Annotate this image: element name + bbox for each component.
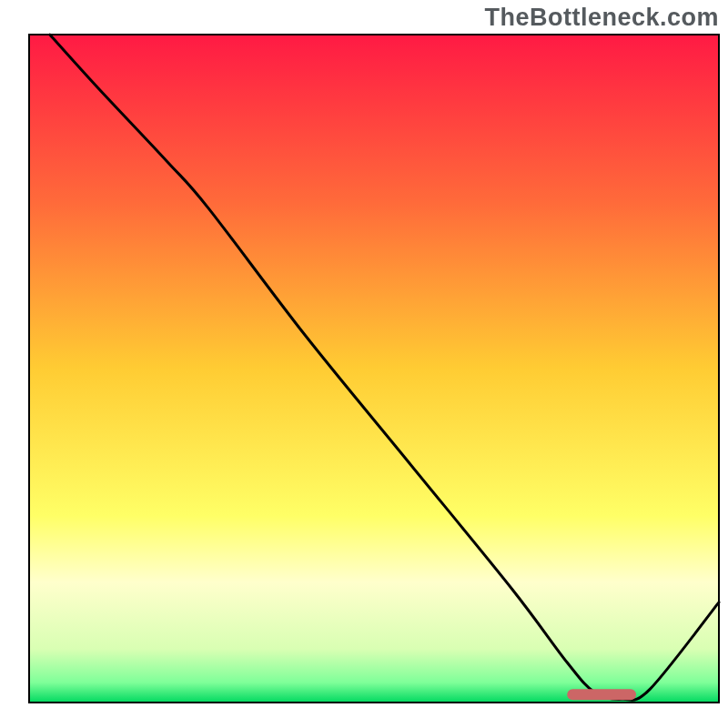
bottleneck-chart [0, 0, 728, 728]
optimal-band-marker [567, 689, 636, 700]
watermark-label: TheBottleneck.com [484, 4, 719, 32]
chart-frame: TheBottleneck.com [0, 0, 728, 728]
plot-area [29, 35, 719, 703]
